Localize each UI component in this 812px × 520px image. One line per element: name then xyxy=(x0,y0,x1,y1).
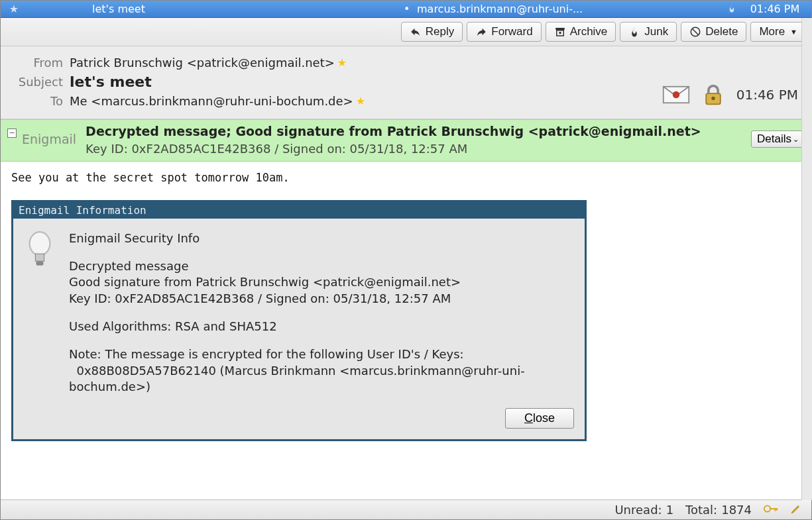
delete-button[interactable]: Delete xyxy=(681,22,746,42)
chevron-down-icon: ⌄ xyxy=(793,135,799,144)
row-correspondent: marcus.brinkmann@ruhr-uni-... xyxy=(412,3,721,15)
junk-button[interactable]: Junk xyxy=(620,22,677,42)
pencil-icon[interactable] xyxy=(790,503,802,517)
dialog-block3: Note: The message is encrypted for the f… xyxy=(69,346,573,395)
contact-star-icon[interactable]: ★ xyxy=(337,56,347,69)
junk-label: Junk xyxy=(644,25,668,38)
status-bar: Unread: 1 Total: 1874 xyxy=(1,499,811,519)
more-label: More xyxy=(759,25,785,38)
close-label-first: C xyxy=(524,411,533,425)
sealed-envelope-icon xyxy=(662,83,690,107)
vertical-scrollbar[interactable] xyxy=(801,18,812,500)
collapse-toggle[interactable]: − xyxy=(7,129,17,138)
reply-label: Reply xyxy=(426,25,454,38)
svg-rect-9 xyxy=(35,254,44,261)
delete-label: Delete xyxy=(705,25,738,38)
row-time: 01:46 PM xyxy=(738,3,811,15)
message-text: See you at the secret spot tomorrow 10am… xyxy=(11,171,801,184)
svg-point-7 xyxy=(711,97,715,100)
archive-icon xyxy=(554,26,566,38)
total-label: Total: xyxy=(685,503,717,517)
subject-label: Subject xyxy=(10,75,63,89)
enigmail-status-line1: Decrypted message; Good signature from P… xyxy=(86,123,701,140)
junk-flame-icon[interactable] xyxy=(721,3,738,16)
reply-icon xyxy=(410,26,422,38)
svg-rect-13 xyxy=(775,508,776,511)
from-value[interactable]: Patrick Brunschwig <patrick@enigmail.net… xyxy=(70,56,335,70)
total-count: 1874 xyxy=(721,503,752,517)
delete-icon xyxy=(689,26,701,38)
archive-label: Archive xyxy=(570,25,608,38)
lightbulb-icon xyxy=(25,231,54,397)
message-headers: From Patrick Brunschwig <patrick@enigmai… xyxy=(1,46,811,119)
close-button[interactable]: Close xyxy=(505,408,574,429)
dialog-heading: Enigmail Security Info xyxy=(69,231,573,246)
star-icon[interactable]: ★ xyxy=(1,3,27,15)
svg-point-5 xyxy=(672,91,679,99)
chevron-down-icon: ▼ xyxy=(790,28,797,36)
row-subject: let's meet xyxy=(87,3,398,15)
dialog-block1: Decrypted message Good signature from Pa… xyxy=(69,258,573,307)
close-label-rest: lose xyxy=(533,411,555,425)
read-dot-icon: • xyxy=(398,3,412,15)
svg-rect-12 xyxy=(770,508,777,509)
from-label: From xyxy=(10,56,63,70)
forward-icon xyxy=(475,26,487,38)
svg-line-3 xyxy=(693,29,699,35)
contact-star-icon[interactable]: ★ xyxy=(356,95,365,107)
enigmail-label: Enigmail xyxy=(22,132,76,146)
more-button[interactable]: More ▼ xyxy=(750,22,806,42)
to-label: To xyxy=(10,94,63,108)
details-label: Details xyxy=(757,132,791,146)
reply-button[interactable]: Reply xyxy=(401,22,463,42)
subject-value: let's meet xyxy=(70,74,152,90)
svg-point-8 xyxy=(30,232,50,255)
unread-label: Unread: xyxy=(614,503,662,517)
dialog-title: Enigmail Information xyxy=(13,202,585,219)
forward-label: Forward xyxy=(491,25,532,38)
svg-rect-14 xyxy=(776,508,778,511)
lock-icon xyxy=(699,83,727,107)
svg-rect-0 xyxy=(555,28,565,30)
enigmail-status-bar: − Enigmail Decrypted message; Good signa… xyxy=(1,119,811,162)
enigmail-status-line2: Key ID: 0xF2AD85AC1E42B368 / Signed on: … xyxy=(86,140,701,157)
dialog-block2: Used Algorithms: RSA and SHA512 xyxy=(69,319,573,335)
to-value[interactable]: Me <marcus.brinkmann@ruhr-uni-bochum.de> xyxy=(70,94,353,108)
svg-rect-10 xyxy=(36,261,44,266)
message-list-selected-row[interactable]: ★ let's meet • marcus.brinkmann@ruhr-uni… xyxy=(1,1,811,18)
key-icon[interactable] xyxy=(764,503,778,517)
forward-button[interactable]: Forward xyxy=(467,22,541,42)
svg-point-11 xyxy=(764,505,770,511)
unread-count: 1 xyxy=(666,503,673,517)
message-body: See you at the secret spot tomorrow 10am… xyxy=(1,162,811,499)
archive-button[interactable]: Archive xyxy=(546,22,616,42)
message-toolbar: Reply Forward Archive Junk Delete More ▼ xyxy=(1,18,811,46)
header-time: 01:46 PM xyxy=(736,87,798,103)
enigmail-info-dialog: Enigmail Information Enigmail Security I… xyxy=(11,200,587,441)
flame-icon xyxy=(628,26,640,38)
details-button[interactable]: Details ⌄ xyxy=(751,130,805,148)
